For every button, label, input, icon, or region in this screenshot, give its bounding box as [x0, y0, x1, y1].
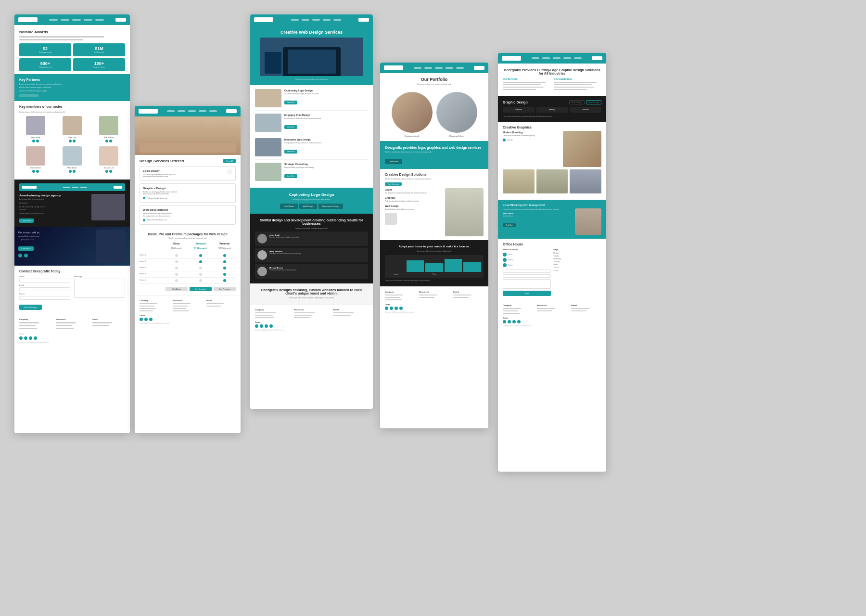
nav-link [563, 57, 571, 59]
get-premium-btn[interactable]: Get Premium [214, 287, 236, 291]
footer-link [140, 306, 154, 307]
footer-social-icon [260, 324, 263, 328]
plan-premium: Premium [214, 242, 236, 245]
love-heading: Love Working with Deezgrafix! [503, 204, 601, 206]
phone-img [265, 52, 281, 74]
form-textarea[interactable] [74, 279, 125, 298]
close-icon: × [229, 170, 231, 173]
contact-email-field[interactable] [503, 274, 551, 278]
creative-graphics-section: Creative Graphics Modern Branding Lorem … [498, 122, 606, 200]
footer-link [173, 306, 188, 307]
view-all-btn[interactable]: View All [226, 160, 233, 162]
member-photo [63, 116, 82, 135]
footer-col-social: Social [92, 318, 125, 321]
call-us-text: Call us [508, 254, 512, 256]
footer-social-icon [140, 318, 143, 321]
social-icon [109, 140, 112, 142]
check-mark [199, 254, 202, 257]
footer-col: Company [385, 291, 415, 293]
reach-us-col: Reach Us Today Call us Email us Visit us [503, 248, 551, 296]
sub-service-mockups: And More [570, 107, 601, 113]
web-design-tab[interactable]: Web Design [569, 100, 585, 104]
service-card-logo: × Logo Design Our custom logo designs se… [140, 166, 236, 181]
nav-button[interactable] [226, 109, 237, 113]
footer-social-link [453, 297, 469, 298]
service-img-consulting [255, 163, 281, 181]
text-hero-heading: Deezgrafix Provides Cutting-Edge Graphic… [503, 68, 601, 75]
graphic-design-dark-section: Graphic Design Web Design Logo Design Il… [498, 96, 606, 122]
nav-button[interactable] [358, 18, 369, 22]
text [554, 89, 587, 90]
get-standard-btn[interactable]: Get Standard [190, 287, 212, 291]
bullet-item: print ads [507, 139, 513, 141]
learn-more-logo-btn[interactable]: Learn More [287, 102, 294, 103]
learn-more-teal-btn[interactable]: Learn More [389, 160, 398, 163]
sub-label: Marketing [538, 109, 566, 111]
stat-label: In Revenue [76, 51, 122, 53]
stats-graph: Launch Profits [385, 255, 484, 278]
service-graphics-heading: Graphics Design [143, 187, 232, 190]
send-btn[interactable]: Send [503, 292, 551, 295]
solutions-img [445, 188, 484, 236]
submit-btn[interactable]: Send Message [24, 306, 37, 308]
footer-contact: Contact [385, 304, 484, 306]
social-icon [32, 170, 35, 173]
text [503, 89, 536, 90]
learn-more-btn[interactable]: Learn More [22, 219, 31, 222]
check-mark [199, 273, 202, 276]
hours-saturday: Saturday [554, 267, 602, 269]
partner-btn[interactable] [19, 94, 38, 97]
service-card-graphics: Graphics Design We offer eye-catching gr… [140, 183, 236, 203]
contact-name-field[interactable] [503, 270, 551, 273]
learn-more-web-btn[interactable]: Learn More [287, 151, 294, 153]
contact-msg-field[interactable] [503, 279, 551, 289]
learn-more-print-btn[interactable]: Learn More [287, 126, 294, 128]
nav-link [178, 110, 185, 112]
design-solutions-desc: We offer the best design solutions to he… [385, 178, 484, 180]
contact-btn[interactable]: Contact Us [21, 247, 31, 250]
social-icon [32, 140, 35, 142]
reviewer-text-3: Professional team with outstanding resul… [269, 269, 296, 271]
social-icon [73, 170, 76, 173]
member-name: Sarah Chen [19, 167, 52, 169]
team-section: Key members of our roster Lorem ipsum do… [14, 101, 130, 180]
member-name: Mike Davis [56, 167, 89, 169]
pricing-desc: We offer competitive packages to suit an… [140, 237, 236, 239]
pricing-row: Feature 5 [140, 278, 236, 284]
tab-web-design[interactable]: Web Design [303, 205, 314, 207]
our-services-label: Our Services [503, 77, 551, 80]
office-hours-section: Office Hours Reach Us Today Call us Emai… [498, 239, 606, 300]
stat-label: Projects Done [76, 66, 122, 68]
form-field-email[interactable] [19, 287, 70, 291]
read-more-btn[interactable]: Read More [506, 224, 513, 226]
social-icon [36, 170, 39, 173]
footer-link [385, 295, 403, 295]
services-btn[interactable]: Our Services [388, 183, 399, 185]
our-capabilities-label: Our Capabilities [554, 77, 602, 80]
tab-print-media[interactable]: Print Media [284, 205, 293, 207]
service-name-consulting: Strategic Consulting [284, 163, 368, 166]
nav-link [414, 67, 421, 69]
learn-more-consulting-btn[interactable]: Learn More [287, 175, 294, 177]
form-field-name[interactable] [19, 279, 70, 282]
nav-link [291, 19, 299, 21]
nav-links-5 [532, 57, 582, 59]
portfolio-circle-2 [436, 92, 477, 133]
reviewer-avatar-3 [257, 267, 267, 276]
form-field-phone[interactable] [19, 296, 70, 300]
mini-nav-btn[interactable] [114, 186, 122, 189]
logo-design-tab[interactable]: Logo Design [586, 100, 601, 104]
dark-bar-desc: Lorem ipsum dolor sit amet consectetur a… [385, 250, 484, 252]
nav-link [61, 19, 69, 21]
nav-button[interactable] [592, 56, 602, 60]
nav-link [312, 19, 320, 21]
mockup-card-3: Creative Web Design Services Professiona… [250, 14, 373, 409]
get-basic-btn[interactable]: Get Basic [166, 287, 188, 291]
footer-contact: Contact [140, 315, 236, 317]
vr-image [96, 230, 125, 263]
service-logo-desc-2: the competition with memorable visuals [143, 176, 232, 178]
nav-button[interactable] [115, 18, 126, 22]
tab-responsive[interactable]: Responsive Design [322, 205, 339, 207]
agency-heading: Award-winning design agency [19, 194, 89, 197]
nav-button[interactable] [474, 66, 484, 70]
